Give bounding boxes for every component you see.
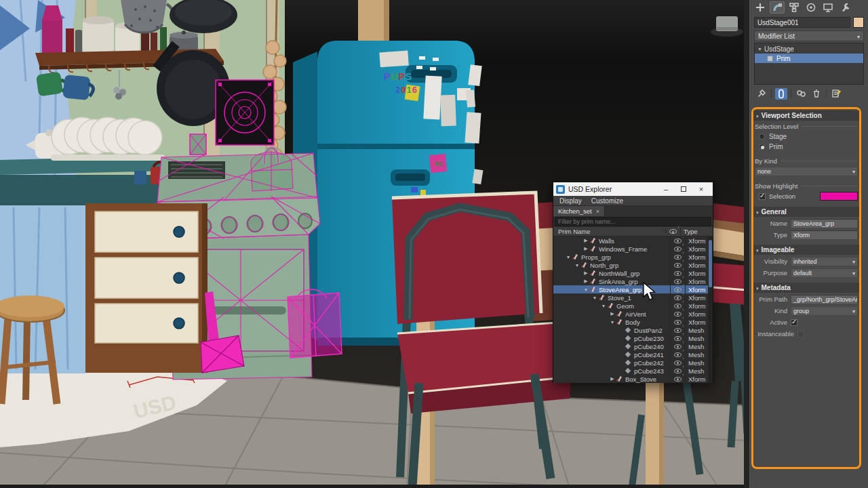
- command-panel-tabs: [750, 0, 868, 15]
- tab-utilities-icon[interactable]: [837, 1, 852, 14]
- prim-row-north-grp[interactable]: ▼North_grpXform: [553, 261, 713, 269]
- active-checkbox[interactable]: [791, 319, 797, 326]
- remove-modifier-trash-icon[interactable]: [810, 88, 823, 100]
- prim-row-pcube230[interactable]: pCube230Mesh: [553, 334, 713, 342]
- menu-customize[interactable]: Customize: [591, 197, 623, 205]
- prim-tree[interactable]: ▶WallsXform ▶Windows_FrameXform ▼Props_g…: [553, 237, 713, 383]
- wall-vent-selected[interactable]: [216, 80, 274, 145]
- expand-arrow-icon[interactable]: ▼: [591, 296, 598, 300]
- stack-item-prim-selected[interactable]: Prim: [755, 54, 863, 63]
- xform-icon: [589, 286, 597, 293]
- filter-input[interactable]: [555, 217, 711, 226]
- window-title: USD Explorer: [568, 185, 657, 193]
- expand-arrow-icon[interactable]: ▶: [583, 246, 589, 251]
- modifier-stack[interactable]: ▼ UsdStage Prim: [754, 43, 864, 85]
- expand-arrow-icon[interactable]: ▶: [583, 279, 589, 284]
- selection-checkbox[interactable]: [759, 193, 766, 200]
- instanceable-checkbox[interactable]: [797, 331, 804, 338]
- prim-row-airvent[interactable]: ▶AirVentXform: [553, 310, 713, 318]
- expand-arrow-icon[interactable]: ▼: [565, 255, 572, 260]
- tab-create-icon[interactable]: [753, 1, 768, 14]
- tab-kitchen-set[interactable]: Kitchen_set ×: [553, 206, 605, 216]
- column-type[interactable]: Type: [680, 228, 708, 235]
- stack-item-usdstage[interactable]: ▼ UsdStage: [755, 44, 863, 54]
- visibility-eye-icon[interactable]: [670, 375, 685, 383]
- prim-name-field[interactable]: StoveArea_grp: [791, 219, 858, 228]
- prim-row-pcube243[interactable]: pCube243Mesh: [553, 367, 713, 375]
- radio-stage[interactable]: Stage: [753, 131, 859, 141]
- tab-hierarchy-icon[interactable]: [787, 1, 802, 14]
- object-name-field[interactable]: UsdStage001: [754, 17, 850, 28]
- prim-path-field[interactable]: _grp/North_grp/StoveArea_grp: [791, 295, 858, 304]
- prim-row-pcube242[interactable]: pCube242Mesh: [553, 359, 713, 367]
- drawer-cabinet[interactable]: [0, 203, 208, 373]
- maximize-button[interactable]: [675, 183, 692, 195]
- radio-icon[interactable]: [759, 134, 765, 140]
- viewport-3d[interactable]: PUPS 2016 RC: [0, 0, 747, 488]
- expand-arrow-icon[interactable]: ▶: [583, 238, 589, 243]
- make-unique-icon[interactable]: [795, 88, 807, 100]
- rollout-viewport-selection[interactable]: Viewport Selection: [753, 110, 859, 121]
- filter-row: [553, 216, 713, 227]
- column-prim-name[interactable]: Prim Name: [553, 228, 665, 235]
- prim-row-pcube240[interactable]: pCube240Mesh: [553, 342, 713, 350]
- stack-expand-icon[interactable]: ▼: [757, 47, 764, 52]
- prim-row-body[interactable]: ▼BodyXform: [553, 318, 713, 326]
- show-end-result-button[interactable]: [775, 88, 787, 100]
- radio-icon-selected[interactable]: [759, 144, 765, 150]
- scrollbar-thumb[interactable]: [709, 240, 712, 287]
- pin-stack-icon[interactable]: [755, 88, 768, 100]
- radio-prim[interactable]: Prim: [753, 142, 859, 151]
- configure-modifier-sets-icon[interactable]: [830, 88, 842, 100]
- modifier-list-dropdown[interactable]: Modifier List: [754, 30, 864, 41]
- prim-row-sinkarea-grp[interactable]: ▶SinkArea_grpXform: [553, 277, 713, 285]
- rollout-metadata[interactable]: Metadata: [753, 283, 859, 293]
- tab-display-icon[interactable]: [821, 1, 835, 14]
- tab-close-icon[interactable]: ×: [596, 208, 599, 215]
- rollout-imageable[interactable]: Imageable: [753, 245, 859, 255]
- column-visibility[interactable]: [665, 229, 680, 234]
- expand-arrow-icon[interactable]: ▶: [583, 270, 589, 276]
- window-titlebar[interactable]: USD Explorer – ×: [553, 182, 713, 196]
- dropdown-arrow-icon: [853, 33, 860, 40]
- prim-row-box-stove[interactable]: ▶Box_StoveXform: [553, 375, 713, 383]
- kind-dropdown[interactable]: group: [791, 306, 858, 316]
- tree-scrollbar[interactable]: [708, 237, 713, 383]
- minimize-button[interactable]: –: [657, 183, 675, 195]
- usd-explorer-window[interactable]: USD Explorer – × Display Customize Kitch…: [553, 182, 713, 383]
- expand-arrow-icon[interactable]: ▶: [609, 311, 616, 317]
- prim-row-geom[interactable]: ▼GeomXform: [553, 302, 713, 310]
- menu-display[interactable]: Display: [559, 197, 582, 205]
- prim-row-northwall-grp[interactable]: ▶NorthWall_grpXform: [553, 269, 713, 277]
- prim-row-props-grp[interactable]: ▼Props_grpXform: [553, 253, 713, 261]
- prim-row-stove-1[interactable]: ▼Stove_1Xform: [553, 293, 713, 302]
- by-kind-dropdown[interactable]: none: [755, 167, 858, 176]
- xform-icon: [598, 294, 606, 301]
- prim-row-pcube241[interactable]: pCube241Mesh: [553, 350, 713, 359]
- expand-arrow-icon[interactable]: ▼: [600, 304, 607, 308]
- close-button[interactable]: ×: [692, 183, 710, 195]
- prim-row-stovearea-grp-selected[interactable]: ▼StoveArea_grpXform: [553, 285, 713, 293]
- active-label: Active: [755, 319, 787, 326]
- rollout-general[interactable]: General: [753, 207, 859, 217]
- pink-bag-selected[interactable]: [288, 289, 342, 358]
- panel-divider[interactable]: [744, 0, 750, 488]
- kind-label: Kind: [755, 307, 787, 314]
- highlight-color-swatch[interactable]: [820, 192, 858, 201]
- dropdown-arrow-icon: [848, 168, 855, 175]
- instanceable-label: Instanceable: [755, 330, 794, 338]
- object-color-swatch[interactable]: [853, 17, 864, 28]
- visibility-dropdown[interactable]: inherited: [791, 257, 858, 266]
- expand-arrow-icon[interactable]: ▼: [574, 263, 580, 268]
- tab-modify-icon[interactable]: [770, 1, 785, 14]
- fridge-note-text: RC: [435, 161, 443, 167]
- prim-row-walls[interactable]: ▶WallsXform: [553, 237, 713, 245]
- prim-row-dustpan2[interactable]: DustPan2Mesh: [553, 326, 713, 334]
- expand-arrow-icon[interactable]: ▼: [583, 287, 589, 292]
- table-right[interactable]: [713, 203, 747, 262]
- expand-arrow-icon[interactable]: ▶: [609, 376, 616, 382]
- purpose-dropdown[interactable]: default: [791, 268, 858, 278]
- expand-arrow-icon[interactable]: ▼: [609, 320, 616, 325]
- tab-motion-icon[interactable]: [804, 1, 818, 14]
- prim-row-windows-frame[interactable]: ▶Windows_FrameXform: [553, 245, 713, 253]
